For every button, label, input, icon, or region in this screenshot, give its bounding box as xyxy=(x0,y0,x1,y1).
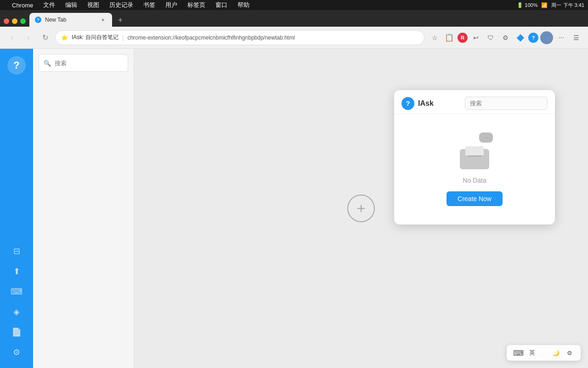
menu-bookmarks[interactable]: 书签 xyxy=(141,0,157,10)
star-btn[interactable]: ☆ xyxy=(428,31,441,44)
new-tab-btn[interactable]: + xyxy=(114,14,127,27)
note-icon[interactable]: ⊟ xyxy=(8,243,25,259)
iask-logo-text: IAsk xyxy=(418,99,434,108)
workspace: + ? IAsk xyxy=(134,49,588,368)
menu-bar: Chrome 文件 编辑 视图 历史记录 书签 用户 标签页 窗口 帮助 🔋 1… xyxy=(0,0,588,10)
extension-btn-2[interactable]: R xyxy=(458,33,468,43)
search-icon: 🔍 xyxy=(44,60,51,67)
window-controls xyxy=(4,18,29,27)
url-separator: | xyxy=(122,34,124,41)
upload-icon[interactable]: ⬆ xyxy=(8,263,25,280)
iask-popup: ? IAsk xyxy=(394,90,555,224)
back-btn[interactable]: ‹ xyxy=(6,31,18,44)
menu-tabs[interactable]: 标签页 xyxy=(186,0,207,10)
toolbar-divider-1: 、 xyxy=(541,349,547,357)
extension-btn-4[interactable]: 🛡 xyxy=(484,31,497,44)
no-data-text: No Data xyxy=(463,177,486,184)
menu-history[interactable]: 历史记录 xyxy=(107,0,135,10)
iask-search-input[interactable] xyxy=(465,97,548,110)
extension-btn-5[interactable]: 🔷 xyxy=(514,31,526,44)
sidebar-logo: ? xyxy=(7,56,26,75)
site-name: IAsk: 自问自答笔记 xyxy=(72,34,119,41)
extension-btn-1[interactable]: 📋 xyxy=(443,31,456,44)
iask-popup-header: ? IAsk xyxy=(394,90,555,114)
user-avatar[interactable] xyxy=(540,31,553,44)
settings-icon[interactable]: ⚙ xyxy=(8,344,25,361)
address-actions: ☆ 📋 R ↩ 🛡 ⚙ 🔷 ? ⋯ ☰ xyxy=(428,31,582,44)
iask-extension-btn[interactable]: ? xyxy=(528,33,538,43)
sidebar: ? ⊟ ⬆ ⌨ ◈ 📄 ⚙ xyxy=(0,49,33,368)
maximize-window-btn[interactable] xyxy=(20,18,26,24)
battery-status: 🔋 100% xyxy=(517,2,537,8)
minimize-window-btn[interactable] xyxy=(12,18,17,24)
main-content: ? ⊟ ⬆ ⌨ ◈ 📄 ⚙ 🔍 + + ? xyxy=(0,49,588,368)
moon-btn[interactable]: 🌙 xyxy=(550,349,561,357)
extension-btn-3[interactable]: ↩ xyxy=(469,31,482,44)
url-bar[interactable]: ⭐ IAsk: 自问自答笔记 | chrome-extension://keof… xyxy=(55,30,424,45)
toolbar-settings-btn[interactable]: ⚙ xyxy=(565,349,574,357)
tab-favicon: ? xyxy=(35,17,41,23)
forward-btn[interactable]: › xyxy=(22,31,35,44)
dropbox-icon[interactable]: ◈ xyxy=(8,304,25,320)
menu-bar-right: 🔋 100% 📶 周一 下午 3:41 xyxy=(517,2,584,9)
menu-help[interactable]: 帮助 xyxy=(236,0,251,10)
note-search-input[interactable] xyxy=(55,60,132,67)
language-btn[interactable]: 英 xyxy=(527,348,537,358)
no-data-illustration: ··· xyxy=(456,132,493,169)
menu-user[interactable]: 用户 xyxy=(164,0,179,10)
note-search-box: 🔍 + xyxy=(39,54,128,72)
file-icon[interactable]: 📄 xyxy=(8,324,25,340)
lock-icon: ⭐ xyxy=(61,34,68,41)
keyboard-icon: ⌨ xyxy=(513,349,524,357)
create-now-btn[interactable]: Create Now xyxy=(447,191,503,206)
iask-logo: ? IAsk xyxy=(401,97,434,110)
url-text: chrome-extension://keofpacpcmelcnbmicfhl… xyxy=(127,34,294,41)
wifi-icon: 📶 xyxy=(541,2,548,8)
chrome-menu-btn[interactable]: ☰ xyxy=(570,31,582,44)
clock: 周一 下午 3:41 xyxy=(551,2,584,9)
refresh-btn[interactable]: ↻ xyxy=(39,31,51,44)
close-window-btn[interactable] xyxy=(4,18,9,24)
tab-title: New Tab xyxy=(45,17,66,23)
bottom-toolbar: ⌨ 英 、 🌙 ⚙ xyxy=(507,345,581,361)
menu-file[interactable]: 文件 xyxy=(41,0,57,10)
iask-popup-body: ··· No Data Create Now xyxy=(394,114,555,224)
note-panel: 🔍 + xyxy=(33,49,134,368)
active-tab[interactable]: ? New Tab × xyxy=(29,13,112,27)
settings-btn[interactable]: ⚙ xyxy=(499,31,512,44)
tab-close-btn[interactable]: × xyxy=(99,16,107,23)
menu-chrome[interactable]: Chrome xyxy=(10,1,35,10)
menu-edit[interactable]: 编辑 xyxy=(63,0,79,10)
extensions-menu-btn[interactable]: ⋯ xyxy=(555,31,568,44)
address-bar: ‹ › ↻ ⭐ IAsk: 自问自答笔记 | chrome-extension:… xyxy=(0,27,588,49)
keyboard-icon[interactable]: ⌨ xyxy=(8,283,25,300)
add-note-large-btn[interactable]: + xyxy=(347,195,375,222)
iask-logo-icon: ? xyxy=(401,97,414,110)
menu-window[interactable]: 窗口 xyxy=(214,0,229,10)
menu-view[interactable]: 视图 xyxy=(85,0,101,10)
tab-bar: ? New Tab × + xyxy=(0,10,588,27)
sidebar-icons: ⊟ ⬆ ⌨ ◈ 📄 ⚙ xyxy=(8,243,25,361)
